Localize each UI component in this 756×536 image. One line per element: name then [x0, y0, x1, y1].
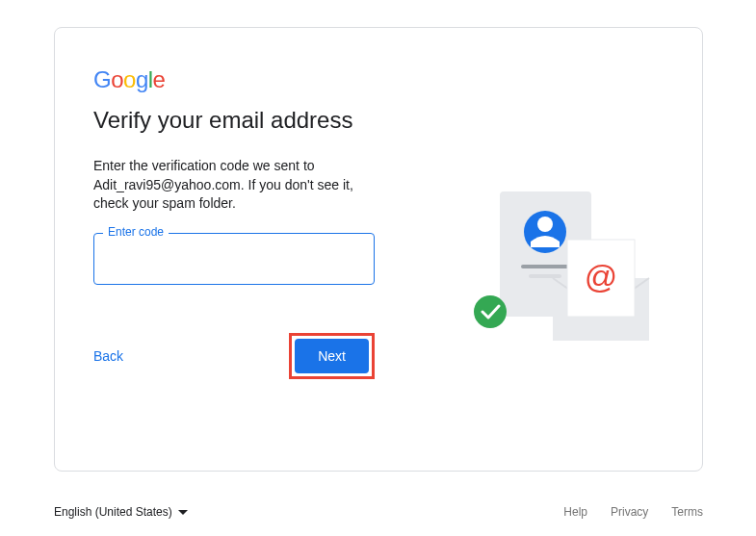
description-text: Enter the verification code we sent to A… — [93, 157, 382, 214]
signup-card: Google Verify your email address Enter t… — [54, 27, 703, 472]
footer: English (United States) Help Privacy Ter… — [54, 505, 703, 519]
language-selector[interactable]: English (United States) — [54, 505, 188, 519]
svg-point-7 — [474, 295, 507, 328]
terms-link[interactable]: Terms — [671, 505, 703, 519]
svg-rect-4 — [529, 274, 561, 278]
svg-rect-3 — [521, 265, 569, 268]
privacy-link[interactable]: Privacy — [611, 505, 648, 519]
help-link[interactable]: Help — [563, 505, 587, 519]
verification-illustration: @ — [461, 182, 654, 355]
svg-point-2 — [537, 217, 553, 232]
next-button-highlight: Next — [289, 333, 375, 379]
language-label: English (United States) — [54, 505, 172, 519]
google-logo: Google — [93, 66, 664, 93]
back-button[interactable]: Back — [93, 339, 123, 373]
code-input[interactable] — [93, 233, 375, 285]
next-button[interactable]: Next — [295, 339, 369, 373]
svg-text:@: @ — [585, 258, 618, 294]
input-label: Enter code — [103, 225, 169, 239]
page-title: Verify your email address — [93, 107, 664, 134]
code-input-wrapper: Enter code — [93, 233, 382, 285]
chevron-down-icon — [178, 505, 188, 519]
